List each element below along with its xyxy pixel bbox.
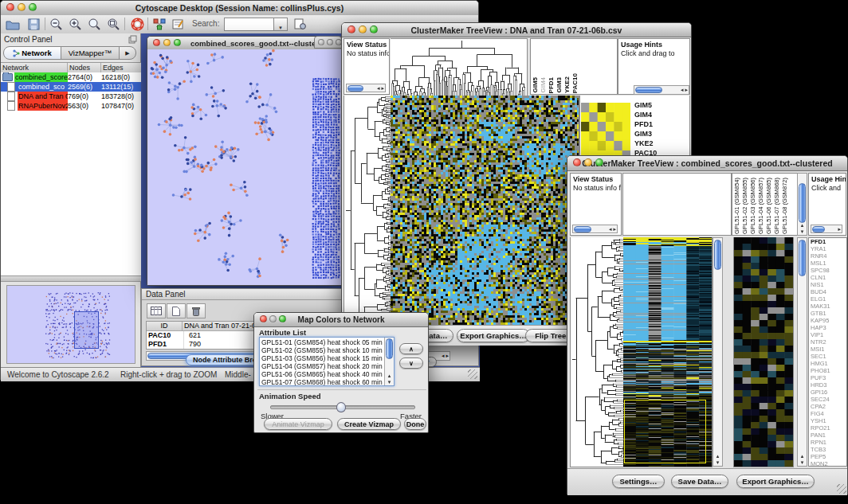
gene-label[interactable]: MAK31 — [811, 303, 846, 310]
minimize-icon[interactable] — [163, 39, 171, 46]
gene-label[interactable]: ELG1 — [811, 295, 846, 303]
gene-label[interactable]: SEC24 — [811, 396, 846, 403]
column-label[interactable]: GPL51-04 (GSM857) — [757, 178, 764, 234]
column-header-nodes[interactable]: Nodes — [68, 63, 101, 72]
zoom-heatmap[interactable] — [581, 103, 630, 160]
done-button[interactable]: Done — [404, 418, 426, 430]
attribute-select-button[interactable] — [147, 303, 166, 318]
scrollbar-thumb[interactable] — [812, 226, 825, 232]
attribute-list-item[interactable]: GPL51-07 (GSM868) heat shock 60 min — [261, 378, 392, 386]
dialog-titlebar[interactable]: Map Colors to Network — [254, 313, 428, 327]
scroll-up-icon[interactable]: ▴ — [388, 373, 391, 378]
scroll-down-icon[interactable]: ▾ — [716, 459, 720, 465]
tab-vizmapper[interactable]: VizMapper™ — [61, 46, 120, 60]
gene-label[interactable]: KAP95 — [811, 317, 846, 324]
gene-label[interactable]: RPN1 — [811, 439, 846, 446]
attribute-list-item[interactable]: GPL51-02 (GSM855) heat shock 10 min — [261, 346, 392, 354]
scroll-up-icon[interactable]: ▴ — [716, 453, 720, 459]
global-heatmap[interactable] — [623, 237, 713, 467]
column-label[interactable]: GIM5 — [532, 77, 539, 93]
save-data-button[interactable]: Save Data… — [671, 475, 728, 488]
network-table-row[interactable]: combined_sco 2569(6) 13112(15) — [1, 82, 141, 92]
panel-splitter[interactable] — [1, 275, 141, 282]
gene-label[interactable]: HAP3 — [811, 324, 846, 331]
zoom-selected-button[interactable] — [85, 17, 103, 32]
attribute-list-item[interactable]: GPL51-03 (GSM856) heat shock 15 min — [261, 354, 392, 362]
attribute-list-item[interactable]: GPL51-06 (GSM865) heat shock 40 min — [261, 370, 392, 378]
scrollbar-thumb[interactable] — [386, 338, 393, 359]
close-icon[interactable] — [260, 315, 267, 322]
usage-hints-hscrollbar[interactable]: ▸ — [811, 225, 842, 233]
zoom-window-icon[interactable] — [279, 315, 286, 322]
treeview2-titlebar[interactable]: ClusterMaker TreeView : combined_scores_… — [567, 156, 847, 171]
main-titlebar[interactable]: Cytoscape Desktop (Session Name: collins… — [1, 1, 478, 16]
gene-label[interactable]: NIS1 — [811, 281, 846, 288]
annotation-button[interactable] — [170, 17, 187, 32]
network-view-titlebar[interactable]: combined_scores_good.txt--cluste... — [147, 37, 341, 50]
scroll-right-icon[interactable]: ▸ — [380, 84, 385, 92]
scroll-right-icon[interactable]: ▸ — [684, 86, 689, 94]
gene-label[interactable]: TCB3 — [811, 446, 846, 453]
gene-label[interactable]: GPI16 — [811, 389, 846, 396]
scrollbar-thumb[interactable] — [635, 87, 662, 93]
close-icon[interactable] — [573, 158, 581, 166]
scroll-right-icon[interactable]: ▸ — [837, 225, 842, 233]
animate-vizmap-button[interactable]: Animate Vizmap — [264, 418, 332, 430]
search-dropdown-button[interactable]: ▼ — [273, 18, 288, 31]
resize-grip[interactable] — [468, 369, 477, 379]
column-label[interactable]: GIM4 — [540, 77, 547, 93]
gene-label[interactable]: PUF3 — [811, 374, 846, 381]
close-icon[interactable] — [347, 25, 355, 33]
scrollbar-thumb[interactable] — [714, 240, 721, 270]
attribute-listbox[interactable]: GPL51-01 (GSM854) heat shock 05 minGPL51… — [259, 337, 395, 386]
move-down-button[interactable]: ∨ — [399, 357, 423, 369]
gene-label[interactable]: MON2 — [811, 460, 846, 467]
gene-label[interactable]: YRA1 — [811, 245, 846, 252]
search-input[interactable] — [224, 18, 275, 31]
attribute-list-item[interactable]: GPL51-04 (GSM857) heat shock 20 min — [261, 362, 392, 370]
column-label[interactable]: GPL51-01 (GSM854) — [733, 178, 740, 234]
vizmapper-button[interactable] — [151, 17, 168, 32]
column-label[interactable]: GPL51-06 (GSM865) — [765, 178, 772, 234]
row-dendrogram[interactable] — [570, 237, 624, 467]
scroll-up-icon[interactable]: ▴ — [801, 222, 804, 228]
attribute-list-vscrollbar[interactable]: ▴▾ — [384, 338, 394, 385]
gene-label[interactable]: HRD3 — [811, 381, 846, 389]
create-vizmap-button[interactable]: Create Vizmap — [337, 418, 401, 430]
column-dendrogram[interactable] — [391, 38, 528, 96]
minimize-icon[interactable] — [18, 3, 26, 11]
speed-slider[interactable] — [270, 405, 415, 409]
column-labels-vscrollbar[interactable]: ▴▾ — [797, 173, 807, 236]
column-dendrogram-area[interactable] — [622, 173, 732, 236]
gene-label[interactable]: RNR4 — [811, 252, 846, 260]
column-label[interactable]: GPL51-02 (GSM855) — [741, 178, 748, 234]
background-window-sliver[interactable] — [314, 36, 342, 49]
global-vscrollbar[interactable]: ▴▾ — [713, 237, 723, 467]
gene-label[interactable]: MSL1 — [811, 260, 846, 267]
view-status-hscrollbar[interactable]: ◂ ▸ — [346, 84, 386, 92]
minimize-icon[interactable] — [327, 39, 333, 45]
scroll-right-icon[interactable]: ▸ — [445, 352, 450, 360]
column-label[interactable]: GPL51-08 (GSM872) — [781, 178, 788, 234]
settings-button[interactable]: Settings… — [612, 475, 665, 488]
row-label[interactable]: GIM5 — [634, 100, 687, 110]
network-table-row[interactable]: DNA and Tran 07 769(0) 183728(0) — [1, 92, 141, 101]
gene-label[interactable]: RPO21 — [811, 424, 846, 432]
gene-label[interactable]: FIG4 — [811, 410, 846, 417]
gene-label[interactable]: YSH1 — [811, 417, 846, 424]
column-label[interactable]: YKE2 — [563, 76, 571, 93]
zoom-window-icon[interactable] — [29, 3, 37, 11]
scroll-up-icon[interactable]: ▴ — [801, 453, 804, 459]
gene-label[interactable]: MSI1 — [811, 346, 846, 353]
zoom-window-icon[interactable] — [370, 25, 378, 33]
gene-label[interactable]: PAN1 — [811, 432, 846, 439]
scrollbar-thumb[interactable] — [799, 240, 806, 276]
main-heatmap[interactable] — [391, 96, 579, 326]
close-icon[interactable] — [6, 3, 14, 11]
row-dendrogram[interactable] — [344, 96, 391, 326]
column-header-network[interactable]: Network — [1, 63, 68, 72]
column-label[interactable]: PFD1 — [548, 77, 555, 93]
gene-label[interactable]: SEC1 — [811, 353, 846, 360]
view-status-hscrollbar[interactable]: ◂ ▸ — [572, 225, 618, 233]
column-label[interactable]: GPL51-03 (GSM856) — [749, 178, 756, 234]
